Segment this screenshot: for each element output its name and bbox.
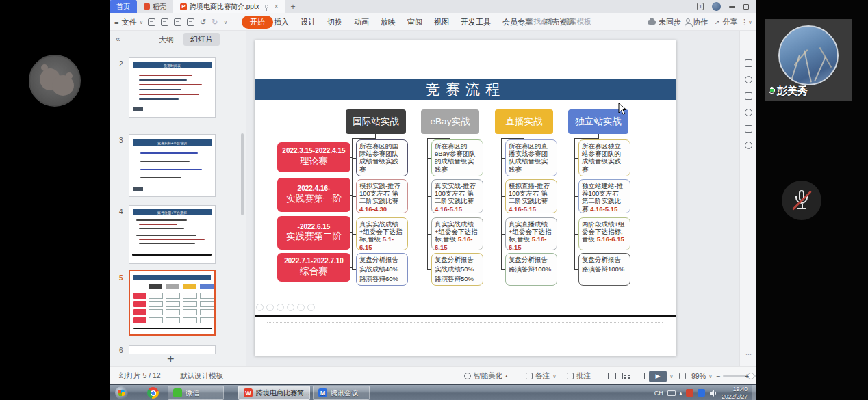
- beautify-wand-icon[interactable]: [740, 76, 756, 85]
- beautify-button[interactable]: 智能美化 ▴: [464, 367, 508, 384]
- minimize-button[interactable]: [729, 6, 735, 8]
- ribbon-tab-transition[interactable]: 切换: [327, 17, 342, 27]
- show-desktop-button[interactable]: [752, 385, 756, 400]
- flow-box[interactable]: 真实直播成绩+组委会下达指标,晋级 5.16-6.15: [505, 217, 557, 250]
- tray-clock[interactable]: 19:40 2022/2/27: [722, 386, 748, 400]
- settings-slider-icon[interactable]: [740, 59, 756, 69]
- flow-box[interactable]: 复盘分析报告 实战成绩50% 路演答辩50%: [431, 253, 483, 286]
- undo-icon[interactable]: ↺: [200, 18, 206, 27]
- collab-button[interactable]: 协作: [686, 13, 708, 31]
- notification-badge[interactable]: 1: [697, 3, 704, 10]
- zoom-slider[interactable]: [723, 367, 756, 384]
- flow-box[interactable]: 复盘分析报告 路演答辩100%: [578, 253, 630, 286]
- flow-box[interactable]: 真实实战-推荐100支左右-第二阶实践比赛 4.16-5.15: [431, 179, 483, 213]
- export-image-icon[interactable]: [740, 125, 756, 135]
- print-icon[interactable]: [174, 18, 181, 26]
- notes-button[interactable]: 备注 ∨: [526, 367, 557, 384]
- tab-outline[interactable]: 大纲: [159, 35, 174, 45]
- ribbon-tab-insert[interactable]: 插入: [274, 17, 289, 27]
- ribbon-tab-start[interactable]: 开始: [242, 13, 273, 31]
- phase-box-practice2[interactable]: -2022.6.15 实践赛第二阶: [277, 216, 350, 250]
- flow-box[interactable]: 所在赛区的国际站参赛团队成绩晋级实践赛: [356, 139, 408, 176]
- flow-box[interactable]: 复盘分析报告 路演答辩100%: [505, 253, 557, 286]
- keyboard-icon[interactable]: [667, 390, 676, 396]
- taskbar-wechat[interactable]: 微信: [168, 386, 224, 400]
- panel-scrollbar[interactable]: [241, 133, 244, 215]
- ribbon-tab-design[interactable]: 设计: [301, 17, 316, 27]
- comments-button[interactable]: 批注: [567, 367, 591, 384]
- slideshow-button[interactable]: ▶ ∨: [649, 367, 674, 384]
- ribbon-collapse-icon[interactable]: ∨: [748, 13, 752, 31]
- flow-box[interactable]: 模拟直播-推荐100支左右-第二阶实践比赛 4.16-5.15: [505, 179, 557, 213]
- participant-video-tile[interactable]: 彭美秀: [765, 19, 852, 101]
- slide-thumbnail-2[interactable]: 竞赛时间表: [129, 57, 216, 118]
- slide-thumbnail-4[interactable]: 账号注册+平台选择: [129, 205, 216, 264]
- pin-icon[interactable]: [265, 5, 268, 8]
- preview-icon[interactable]: [187, 18, 194, 26]
- mute-mic-button[interactable]: [782, 181, 821, 220]
- tray-expand-icon[interactable]: ▴: [680, 390, 682, 396]
- zoom-out-button[interactable]: −: [716, 367, 720, 384]
- slide-thumbnail-5[interactable]: [129, 270, 216, 336]
- zoom-in-button[interactable]: +: [745, 367, 749, 384]
- chrome-taskbar-icon[interactable]: [147, 387, 159, 399]
- slide-sorter-icon[interactable]: [622, 373, 630, 379]
- start-button[interactable]: [115, 386, 128, 399]
- ribbon-tab-slideshow[interactable]: 放映: [381, 17, 396, 27]
- toolbar-chevron-icon[interactable]: ∨: [223, 19, 227, 25]
- normal-view-icon[interactable]: [608, 373, 616, 379]
- save-icon[interactable]: [148, 18, 155, 26]
- reading-view-icon[interactable]: [637, 373, 645, 379]
- taskbar-meeting[interactable]: M 腾讯会议: [313, 386, 370, 400]
- taskbar-wps[interactable]: W 跨境电商比赛简...: [238, 386, 310, 400]
- flow-box[interactable]: 独立站建站-推荐100支左右-第二阶实践比赛 4.16-5.15: [578, 179, 630, 213]
- collapse-panel-icon[interactable]: «: [116, 34, 120, 44]
- account-avatar[interactable]: [712, 2, 721, 11]
- tray-wps-icon[interactable]: [686, 389, 693, 397]
- flow-box[interactable]: 所在赛区的eBay参赛团队的成绩晋级实践赛: [431, 139, 483, 176]
- phase-box-theory[interactable]: 2022.3.15-2022.4.15 理论赛: [277, 142, 350, 172]
- zoom-level[interactable]: 99% ∨: [691, 367, 713, 384]
- sync-status[interactable]: 未同步: [648, 13, 681, 31]
- share-button[interactable]: ↗ 分享: [715, 13, 738, 31]
- export-icon[interactable]: [161, 18, 168, 26]
- tab-docer[interactable]: 稻壳: [137, 0, 173, 13]
- flow-box[interactable]: 两阶段成绩+组委会下达指标,晋级 5.16-6.15: [578, 217, 630, 250]
- volume-icon[interactable]: [709, 389, 717, 397]
- flow-box[interactable]: 模拟实践-推荐100支左右-第二阶实践比赛 4.16-4.30: [356, 179, 408, 213]
- flow-box[interactable]: 复盘分析报告 实战成绩40% 路演答辩60%: [356, 253, 408, 286]
- more-menu-icon[interactable]: ⋮: [741, 13, 748, 31]
- slide-title-banner[interactable]: 竞赛流程: [255, 79, 676, 100]
- template-name[interactable]: 默认设计模板: [180, 367, 223, 384]
- language-indicator[interactable]: CH: [654, 390, 663, 397]
- redo-icon[interactable]: ↻: [212, 18, 218, 27]
- ribbon-tab-devtools[interactable]: 开发工具: [461, 17, 491, 27]
- tab-document[interactable]: P 跨境电商比赛简介.pptx ×: [173, 0, 285, 13]
- column-header-live[interactable]: 直播实战: [495, 109, 553, 134]
- compass-icon[interactable]: [740, 142, 756, 151]
- ribbon-tab-view[interactable]: 视图: [434, 17, 449, 27]
- help-icon[interactable]: [740, 109, 756, 118]
- flow-box[interactable]: 真实实战成绩+组委会下达指标,晋级 5.1-6.15: [356, 217, 408, 250]
- more-tools-icon[interactable]: ···: [740, 349, 756, 359]
- phase-box-final[interactable]: 2022.7.1-2022.7.10 综合赛: [277, 253, 350, 282]
- phase-box-practice1[interactable]: 2022.4.16- 实践赛第一阶: [277, 178, 350, 212]
- column-header-ebay[interactable]: eBay实战: [421, 109, 479, 134]
- restore-button[interactable]: [743, 4, 749, 10]
- flow-box[interactable]: 所在赛区的直播实战参赛团队成绩晋级实践赛: [505, 139, 557, 176]
- ribbon-tab-review[interactable]: 审阅: [407, 17, 422, 27]
- new-tab-button[interactable]: +: [291, 0, 296, 13]
- tab-home[interactable]: 首页: [110, 0, 137, 13]
- add-slide-button[interactable]: +: [167, 352, 175, 366]
- tab-close-icon[interactable]: ×: [275, 3, 279, 10]
- flow-box[interactable]: 所在赛区独立站参赛团队的成绩晋级实践赛: [578, 139, 630, 176]
- fit-slide-icon[interactable]: [679, 367, 686, 384]
- ribbon-tab-animation[interactable]: 动画: [354, 17, 369, 27]
- tab-slides[interactable]: 幻灯片: [183, 33, 220, 46]
- tray-meeting-icon[interactable]: [698, 389, 705, 397]
- command-search[interactable]: 查找命令、搜索模板: [519, 13, 591, 31]
- layout-window-icon[interactable]: [740, 92, 756, 102]
- flow-box[interactable]: 真实实战成绩+组委会下达指标,晋级 5.16-6.15: [431, 217, 483, 250]
- column-header-intl[interactable]: 国际站实战: [346, 109, 406, 134]
- file-menu[interactable]: ≡ 文件 ∨: [114, 13, 143, 31]
